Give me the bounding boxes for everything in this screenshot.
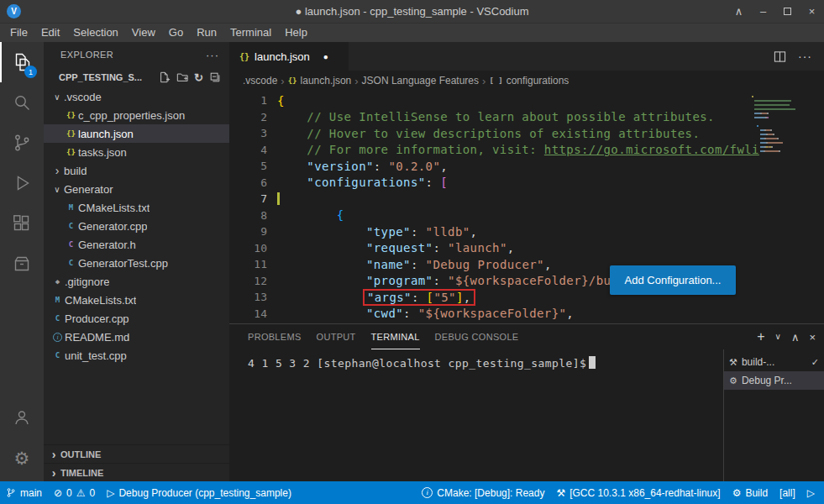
- new-folder-icon[interactable]: [176, 71, 188, 83]
- gear-icon: ⚙: [14, 449, 30, 467]
- code-line: 4 // For more information, visit: https:…: [229, 142, 824, 159]
- menu-file[interactable]: File: [3, 24, 34, 42]
- terminal[interactable]: 4 1 5 3 2 [stephan@localhost cpp_testing…: [229, 349, 723, 481]
- line-number: 9: [229, 225, 267, 238]
- problems-item[interactable]: ⊘0⚠0: [48, 481, 101, 504]
- activity-extensions[interactable]: [0, 203, 44, 244]
- keep-above-icon[interactable]: ∧: [727, 0, 751, 23]
- debug-target-item[interactable]: ▷Debug Producer (cpp_testing_sample): [101, 481, 297, 504]
- tree-file-generatortest-cpp[interactable]: CGeneratorTest.cpp: [44, 254, 229, 272]
- breadcrumb-label: JSON Language Features: [362, 75, 479, 87]
- tree-item-label: Producer.cpp: [65, 312, 129, 325]
- add-configuration-button[interactable]: Add Configuration...: [610, 265, 736, 295]
- code-text: [277, 192, 280, 206]
- text-cursor: [277, 192, 280, 205]
- tree-file-tasks-json[interactable]: {}tasks.json: [44, 143, 229, 161]
- tree-file-cmakelists-txt[interactable]: MCMakeLists.txt: [44, 291, 229, 309]
- activity-package[interactable]: [0, 244, 44, 284]
- line-number: 7: [229, 192, 267, 205]
- activity-settings[interactable]: ⚙: [0, 438, 44, 478]
- menu-help[interactable]: Help: [278, 24, 314, 42]
- activity-run-debug[interactable]: [0, 163, 44, 203]
- panel-tabs: PROBLEMSOUTPUTTERMINALDEBUG CONSOLE: [248, 324, 533, 349]
- menu-go[interactable]: Go: [162, 24, 190, 42]
- sidebar-more-icon[interactable]: ···: [206, 49, 219, 61]
- code-line: 10 "request": "launch",: [229, 240, 824, 257]
- terminal-item-debug-pr[interactable]: ⚙Debug Pr...: [724, 371, 824, 390]
- git-branch-item[interactable]: main: [0, 481, 48, 504]
- menu-run[interactable]: Run: [190, 24, 223, 42]
- tree-file-cmakelists-txt[interactable]: MCMakeLists.txt: [44, 198, 229, 217]
- minimap[interactable]: [752, 94, 819, 153]
- menu-view[interactable]: View: [125, 24, 162, 42]
- activity-explorer[interactable]: 1: [0, 42, 44, 82]
- breadcrumb-vscode[interactable]: .vscode: [243, 75, 277, 87]
- status-count: 0: [66, 487, 72, 499]
- panel-tab-problems[interactable]: PROBLEMS: [248, 324, 302, 349]
- close-icon[interactable]: ×: [800, 0, 824, 23]
- panel-tab-debug-console[interactable]: DEBUG CONSOLE: [435, 324, 519, 349]
- bottom-panel: PROBLEMSOUTPUTTERMINALDEBUG CONSOLE +∨∧×…: [229, 323, 824, 481]
- project-header[interactable]: CPP_TESTING_S... ↻: [44, 67, 229, 87]
- terminal-dropdown-icon[interactable]: ∨: [775, 333, 781, 341]
- tree-file-generator-cpp[interactable]: CGenerator.cpp: [44, 217, 229, 235]
- tree-file-unit-test-cpp[interactable]: Cunit_test.cpp: [44, 346, 229, 365]
- maximize-glyph: [784, 8, 791, 15]
- panel-tab-output[interactable]: OUTPUT: [317, 324, 356, 349]
- chevron-right-icon: ›: [354, 75, 358, 87]
- cmake-icon: M: [64, 203, 78, 212]
- maximize-panel-icon[interactable]: ∧: [791, 332, 800, 343]
- line-number: 1: [229, 94, 267, 107]
- tree-file-readme-md[interactable]: iREADME.md: [44, 328, 229, 346]
- refresh-icon[interactable]: ↻: [194, 72, 203, 83]
- activity-bottom: ⚙: [0, 397, 44, 478]
- cmake-kit-item[interactable]: ⚒[GCC 10.3.1 x86_64-redhat-linux]: [550, 481, 726, 504]
- section-outline[interactable]: ›OUTLINE: [44, 444, 229, 463]
- maximize-icon[interactable]: [775, 0, 800, 23]
- menu-edit[interactable]: Edit: [34, 24, 66, 42]
- breadcrumb-json-language-features[interactable]: JSON Language Features: [362, 75, 479, 87]
- tree-file-c-cpp-properties-json[interactable]: {}c_cpp_properties.json: [44, 106, 229, 124]
- activity-search[interactable]: [0, 82, 44, 123]
- section-timeline[interactable]: ›TIMELINE: [44, 463, 229, 481]
- menu-terminal[interactable]: Terminal: [223, 24, 278, 42]
- chevron-right-icon: ›: [281, 75, 284, 87]
- tree-file-launch-json[interactable]: {}launch.json: [44, 124, 229, 143]
- cmake-status-item[interactable]: iCMake: [Debug]: Ready: [416, 481, 550, 504]
- cmake-build-item[interactable]: ⚙Build: [727, 481, 774, 504]
- more-actions-icon[interactable]: ···: [798, 50, 812, 63]
- collapse-all-icon[interactable]: [209, 71, 221, 83]
- tree-folder-vscode[interactable]: ∨.vscode: [44, 87, 229, 106]
- activity-account[interactable]: [0, 397, 44, 438]
- activity-source-control[interactable]: [0, 123, 44, 163]
- minimap-line: [752, 149, 819, 153]
- tree-file-generator-h[interactable]: CGenerator.h: [44, 235, 229, 254]
- tree-folder-build[interactable]: ›build: [44, 161, 229, 180]
- panel-tab-terminal[interactable]: TERMINAL: [371, 324, 420, 349]
- cmake-target-item[interactable]: [all]: [774, 481, 801, 504]
- code-text: // Hover to view descriptions of existin…: [277, 127, 700, 140]
- tree-item-label: Generator.h: [78, 239, 136, 251]
- split-editor-icon[interactable]: [774, 50, 786, 63]
- breadcrumb-configurations[interactable]: [ ]configurations: [489, 75, 569, 87]
- tree-file-producer-cpp[interactable]: CProducer.cpp: [44, 309, 229, 328]
- minimize-icon[interactable]: –: [751, 0, 775, 23]
- new-terminal-icon[interactable]: +: [757, 330, 764, 344]
- menu-selection[interactable]: Selection: [66, 24, 124, 42]
- close-panel-icon[interactable]: ×: [809, 332, 816, 343]
- tab-launch-json[interactable]: {} launch.json ●: [229, 42, 349, 71]
- cmake-launch-item[interactable]: ▷: [801, 481, 821, 504]
- code-editor[interactable]: 1{2 // Use IntelliSense to learn about p…: [229, 91, 824, 323]
- explorer-badge: 1: [24, 66, 37, 78]
- tree-folder-generator[interactable]: ∨Generator: [44, 180, 229, 198]
- tree-file-gitignore[interactable]: ◆.gitignore: [44, 272, 229, 291]
- code-text: "type": "lldb",: [277, 225, 477, 239]
- breadcrumb-launch-json[interactable]: {}launch.json: [288, 75, 352, 87]
- modified-dot-icon[interactable]: ●: [323, 52, 328, 61]
- terminal-list: ⚒build-...✓⚙Debug Pr...: [723, 349, 824, 481]
- array-icon: [ ]: [489, 76, 502, 85]
- new-file-icon[interactable]: [159, 71, 171, 83]
- json-icon: {}: [239, 52, 249, 61]
- terminal-item-build[interactable]: ⚒build-...✓: [724, 353, 824, 371]
- window-title: ● launch.json - cpp_testing_sample - VSC…: [0, 5, 824, 18]
